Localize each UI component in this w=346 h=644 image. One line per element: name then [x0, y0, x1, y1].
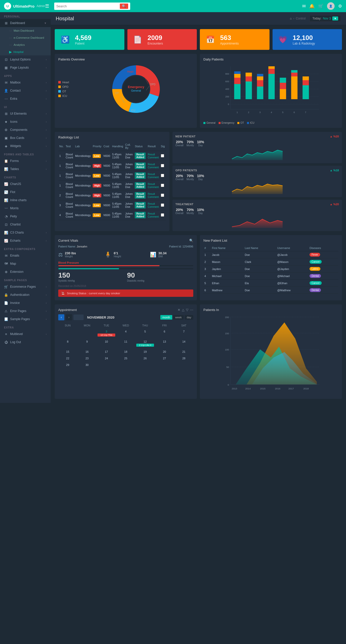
- calendar-day[interactable]: 4: [116, 328, 135, 338]
- result-comment-link[interactable]: Result Comment: [148, 212, 159, 218]
- hamburger-icon[interactable]: ☰: [45, 3, 49, 9]
- result-comment-link[interactable]: Result Comment: [148, 193, 159, 198]
- sidebar-map[interactable]: 🗺 Map ›: [0, 260, 51, 268]
- apt-next-button[interactable]: ›: [66, 314, 72, 320]
- sidebar-tables[interactable]: 📊 Tables ›: [0, 165, 51, 173]
- sidebar-item-dashboard[interactable]: ⊞ Dashboard ▼: [0, 19, 51, 27]
- sidebar-extra[interactable]: ⋯ Extra ›: [0, 95, 51, 103]
- calendar-day[interactable]: 8: [58, 339, 77, 348]
- calendar-day[interactable]: 29: [58, 362, 77, 368]
- settings-icon[interactable]: ⚙: [338, 4, 342, 9]
- result-comment-link[interactable]: Result Comment: [148, 163, 159, 169]
- apt-up-icon[interactable]: △: [182, 308, 184, 312]
- sidebar-flot[interactable]: 📉 Flot: [0, 188, 51, 196]
- result-comment-link[interactable]: Result Comment: [148, 183, 159, 189]
- cart-icon[interactable]: 🛒: [318, 4, 323, 9]
- sidebar-echarts[interactable]: 📈 Echarts ›: [0, 237, 51, 245]
- sidebar-c3charts[interactable]: 📊 C3 Charts ›: [0, 228, 51, 237]
- calendar-day[interactable]: 21: [175, 349, 193, 355]
- calendar-day[interactable]: 17: [97, 349, 116, 355]
- cell-result[interactable]: Result Comment: [147, 181, 160, 191]
- cell-result[interactable]: Result Comment: [147, 171, 160, 181]
- calendar-day[interactable]: 20: [155, 349, 174, 355]
- apt-down-icon[interactable]: ▽: [186, 308, 188, 312]
- sig-checkbox[interactable]: [161, 174, 164, 177]
- apt-view-month[interactable]: month: [160, 315, 172, 320]
- apt-close-icon[interactable]: ✕: [178, 308, 180, 312]
- sidebar-components[interactable]: ⚙ Components ›: [0, 126, 51, 134]
- sidebar-authentication[interactable]: 🔒 Authentication ›: [0, 291, 51, 299]
- calendar-day[interactable]: 312:11p This: [97, 328, 116, 338]
- sidebar-chartjs[interactable]: 📈 ChartJS: [0, 180, 51, 188]
- calendar-day[interactable]: 25: [116, 355, 135, 361]
- calendar-day[interactable]: 122:11p Like it: [136, 339, 155, 348]
- calendar-day[interactable]: 27: [155, 355, 174, 361]
- sidebar-sub-analytics[interactable]: ··· Analytics: [0, 41, 51, 48]
- sidebar-ecommerce-pages[interactable]: 🛒 Ecommerce Pages ›: [0, 283, 51, 291]
- calendar-day[interactable]: 16: [78, 349, 96, 355]
- calendar-day[interactable]: 11: [116, 339, 135, 348]
- calendar-day[interactable]: 18: [116, 349, 135, 355]
- vitals-search-icon[interactable]: 🔍: [189, 239, 193, 242]
- calendar-day[interactable]: 22: [58, 355, 77, 361]
- sidebar-sub-ecommerce[interactable]: ··· e-Commerce Dashboard: [0, 34, 51, 41]
- home-icon[interactable]: ⌂: [290, 17, 292, 20]
- sidebar-forms[interactable]: 📋 Forms ›: [0, 157, 51, 165]
- email-icon[interactable]: ✉: [302, 4, 306, 9]
- sidebar-contact[interactable]: 👤 Contact ›: [0, 87, 51, 95]
- cell-result[interactable]: Result Comment: [147, 200, 160, 210]
- sidebar-error-pages[interactable]: ⚠ Error Pages ›: [0, 307, 51, 315]
- notification-icon[interactable]: 🔔: [309, 4, 315, 9]
- calendar-day[interactable]: 6: [155, 328, 174, 338]
- sidebar-sample-pages[interactable]: 📃 Sample Pages ›: [0, 315, 51, 323]
- calendar-day[interactable]: 28: [175, 355, 193, 361]
- apt-view-day[interactable]: day: [185, 315, 193, 320]
- sig-checkbox[interactable]: [161, 203, 164, 207]
- sidebar-widgets[interactable]: ◈ Widgets ›: [0, 142, 51, 150]
- sidebar-chartist[interactable]: ⊡ Chartist: [0, 220, 51, 228]
- sidebar-ui-elements[interactable]: ⊞ UI Elements ›: [0, 110, 51, 118]
- calendar-day[interactable]: 19: [136, 349, 155, 355]
- sidebar-morris[interactable]: 〰 Morris: [0, 204, 51, 212]
- calendar-day[interactable]: 9: [78, 339, 96, 348]
- sidebar-icons[interactable]: ★ Icons ›: [0, 118, 51, 126]
- sig-checkbox[interactable]: [161, 184, 164, 187]
- sig-checkbox[interactable]: [161, 213, 164, 217]
- search-button[interactable]: 🔍: [120, 4, 128, 9]
- sidebar-box-cards[interactable]: ▣ Box Cards ›: [0, 134, 51, 142]
- apt-view-week[interactable]: week: [173, 315, 184, 320]
- apt-prev-button[interactable]: ‹: [58, 314, 64, 320]
- cell-result[interactable]: Result Comment: [147, 210, 160, 220]
- cell-result[interactable]: Result Comment: [147, 161, 160, 171]
- avatar[interactable]: 👤: [327, 2, 335, 10]
- result-comment-link[interactable]: Result Comment: [148, 173, 159, 179]
- calendar-day[interactable]: 15: [58, 349, 77, 355]
- calendar-day[interactable]: 7: [175, 328, 193, 338]
- sidebar-peity[interactable]: ◔ Peity: [0, 212, 51, 220]
- sidebar-page-layouts[interactable]: ▦ Page Layouts ›: [0, 64, 51, 72]
- sidebar-sub-hospital[interactable]: ▶ Hospital: [0, 48, 51, 55]
- calendar-toggle-button[interactable]: ▼: [332, 16, 338, 20]
- sidebar-sub-main-dashboard[interactable]: ··· Main Dashboard: [0, 27, 51, 34]
- sidebar-inline-charts[interactable]: 📊 Inline charts: [0, 196, 51, 204]
- sidebar-multilevel[interactable]: ≡ Multilevel ›: [0, 330, 51, 338]
- sidebar-mailbox[interactable]: ✉ Mailbox ›: [0, 78, 51, 87]
- calendar-day[interactable]: 5: [136, 328, 155, 338]
- search-input[interactable]: [56, 4, 120, 8]
- sidebar-layout-options[interactable]: ⊡ Layout Options ›: [0, 55, 51, 64]
- calendar-day[interactable]: 30: [78, 362, 96, 368]
- calendar-day[interactable]: 13: [155, 339, 174, 348]
- cell-result[interactable]: Result Comment: [147, 191, 160, 200]
- calendar-day[interactable]: 26: [136, 355, 155, 361]
- sidebar-extension[interactable]: ⊕ Extension: [0, 268, 51, 276]
- cell-result[interactable]: Result Comment: [147, 151, 160, 161]
- result-comment-link[interactable]: Result Comment: [148, 202, 159, 208]
- sidebar-emails[interactable]: ✉ Emails: [0, 252, 51, 260]
- sig-checkbox[interactable]: [161, 154, 164, 157]
- sidebar-invoice[interactable]: 📄 Invoice ›: [0, 299, 51, 307]
- sidebar-logout[interactable]: ⏻ Log Out: [0, 338, 51, 346]
- sig-checkbox[interactable]: [161, 164, 164, 167]
- apt-more-icon[interactable]: ⋯: [190, 308, 193, 312]
- result-comment-link[interactable]: Result Comment: [148, 153, 159, 159]
- calendar-day[interactable]: 10: [97, 339, 116, 348]
